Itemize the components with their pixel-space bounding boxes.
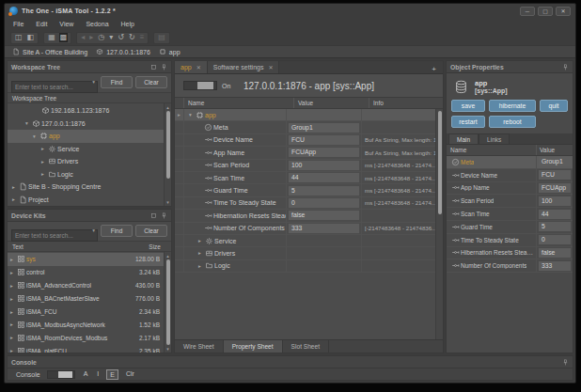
property-value[interactable]: 333 — [539, 261, 571, 271]
kit-row-isma_fcu[interactable]: ▸iSMA_FCU2.34 kB — [8, 306, 164, 319]
tab-main[interactable]: Main — [448, 133, 479, 144]
wire-sheet-view-icon[interactable]: ▦ — [48, 34, 55, 41]
workspace-find-button[interactable]: Find — [101, 76, 133, 88]
tab-wire-sheet[interactable]: Wire Sheet — [175, 340, 224, 353]
kits-find-button[interactable]: Find — [101, 225, 133, 237]
console-toggle[interactable] — [47, 370, 75, 379]
expander-icon[interactable]: ▸ — [9, 184, 18, 190]
property-row-drivers[interactable]: ▸Drivers — [175, 247, 435, 259]
expander-icon[interactable]: ▸ — [8, 257, 16, 262]
property-value[interactable]: 5 — [539, 222, 571, 231]
history-dropdown-icon[interactable]: ▾ — [109, 34, 113, 41]
property-value[interactable]: Group1 — [289, 123, 359, 133]
property-row-device-name[interactable]: Device NameFCUBuf As String, Max length:… — [175, 134, 435, 147]
app-on-toggle[interactable]: On — [183, 81, 230, 90]
hibernate-button[interactable]: hibernate — [489, 100, 536, 112]
expander-icon[interactable]: ▾ — [30, 133, 39, 139]
tree-item-project[interactable]: ▸Project — [8, 194, 164, 207]
kit-row-isma_roomdevices_modbus[interactable]: ▸iSMA_RoomDevices_Modbus2.17 kB — [8, 331, 164, 344]
property-row-scan-period[interactable]: Scan Period100ms [-2147483648 - 21474... — [175, 160, 435, 172]
add-tab-button[interactable]: + — [425, 65, 443, 73]
reboot-button[interactable]: reboot — [489, 116, 536, 128]
kits-search-input[interactable] — [11, 229, 98, 242]
pin-icon[interactable] — [562, 64, 569, 71]
breadcrumb-item[interactable]: 127.0.0.1:1876 — [96, 48, 150, 55]
expander-icon[interactable]: ▸ — [8, 309, 16, 315]
menu-item-help[interactable]: Help — [121, 21, 134, 27]
tree-item-app[interactable]: ▾app — [8, 130, 164, 143]
close-button[interactable]: ✕ — [556, 7, 571, 16]
maximize-button[interactable]: ▢ — [538, 7, 553, 16]
property-row-number-of-components[interactable]: Number Of Components333[-2147483648 - 21… — [175, 223, 435, 235]
scrollbar-thumb[interactable] — [166, 111, 170, 179]
property-value[interactable]: FCU — [289, 135, 359, 145]
op-row-time-to-steady-state[interactable]: Time To Steady State0 — [447, 234, 573, 247]
op-col-value[interactable]: Value — [537, 145, 573, 155]
pin-icon[interactable] — [161, 64, 167, 71]
pin-icon[interactable] — [562, 359, 569, 366]
menu-item-sedona[interactable]: Sedona — [86, 21, 108, 27]
property-row-guard-time[interactable]: Guard Time5ms [-2147483648 - 21474... — [175, 184, 435, 196]
op-col-name[interactable]: Name — [447, 145, 537, 155]
kit-row-sys[interactable]: ▸sys128.00 B — [8, 253, 164, 266]
kit-row-isma_bacnetmasterslave[interactable]: ▸iSMA_BACnetMasterSlave776.00 B — [8, 292, 164, 306]
console-filter-e[interactable]: E — [106, 369, 118, 380]
chevron-down-icon[interactable]: ▾ — [92, 227, 95, 233]
property-value[interactable]: 44 — [539, 210, 571, 219]
tree-item-service[interactable]: ▸Service — [8, 143, 164, 156]
workspace-search-input[interactable] — [11, 81, 98, 93]
expander-icon[interactable]: ▸ — [8, 348, 16, 353]
scroll-down-icon[interactable]: ▾ — [166, 199, 169, 205]
pin-icon[interactable] — [161, 212, 167, 219]
op-row-app-name[interactable]: App NameFCUApp — [447, 182, 573, 196]
scroll-down-icon[interactable]: ▾ — [166, 346, 169, 352]
close-icon[interactable]: ✕ — [268, 64, 273, 71]
kit-row-isma_platfcu[interactable]: ▸iSMA_platFCU2.35 kB — [8, 344, 164, 353]
kit-row-isma_modbusasyncnetwork[interactable]: ▸iSMA_ModbusAsyncNetwork1.52 kB — [8, 318, 164, 331]
expander-icon[interactable]: ▸ — [196, 238, 204, 243]
op-row-hibernation-resets-steady-state[interactable]: Hibernation Resets Steady Statefalse — [447, 247, 573, 260]
expander-icon[interactable]: ▸ — [8, 296, 16, 302]
scroll-up-icon[interactable]: ▴ — [166, 253, 169, 259]
scrollbar-thumb[interactable] — [438, 111, 442, 214]
console-filter-a[interactable]: A — [82, 369, 90, 380]
property-sheet-view-icon[interactable]: ▩ — [60, 34, 68, 41]
chevron-down-icon[interactable]: ▾ — [92, 79, 95, 85]
maximize-panel-icon[interactable] — [150, 212, 157, 219]
new-window-icon[interactable]: ◫ — [15, 34, 23, 41]
menu-item-file[interactable]: File — [13, 21, 24, 27]
restart-button[interactable]: restart — [451, 116, 485, 128]
op-row-scan-time[interactable]: Scan Time44 — [447, 208, 573, 221]
minimize-button[interactable]: ─ — [520, 7, 535, 16]
tree-item-site-b-shopping-centre[interactable]: ▸Site B - Shopping Centre — [8, 180, 164, 194]
close-icon[interactable]: ✕ — [196, 64, 201, 71]
property-value[interactable]: 44 — [289, 173, 359, 182]
property-row-app[interactable]: ▸▾app — [175, 109, 435, 121]
property-row-meta[interactable]: MetaGroup1 — [175, 121, 435, 133]
property-row-service[interactable]: ▸Service — [175, 235, 435, 247]
tree-item-drivers[interactable]: ▸Drivers — [8, 155, 164, 168]
console-filter-i[interactable]: I — [95, 369, 101, 380]
kit-row-isma_advancedcontrol[interactable]: ▸iSMA_AdvancedControl436.00 B — [8, 279, 164, 292]
tab-slot-sheet[interactable]: Slot Sheet — [283, 340, 329, 353]
menu-item-edit[interactable]: Edit — [36, 21, 47, 27]
tab-property-sheet[interactable]: Property Sheet — [224, 340, 283, 353]
property-row-logic[interactable]: ▸Logic — [175, 260, 435, 273]
expander-icon[interactable]: ▸ — [196, 250, 204, 256]
tab-app[interactable]: app✕ — [175, 61, 208, 73]
col-name[interactable]: Name — [184, 98, 294, 108]
property-value[interactable]: false — [289, 211, 359, 220]
property-value[interactable]: false — [539, 248, 571, 258]
property-value[interactable]: FCUApp — [289, 148, 359, 157]
tree-item-192-168-1-123-1876[interactable]: 192.168.1.123:1876 — [8, 104, 164, 118]
expander-icon[interactable]: ▸ — [8, 270, 16, 275]
property-grid-scrollbar[interactable] — [435, 109, 443, 339]
kit-row-control[interactable]: ▸control3.24 kB — [8, 266, 164, 279]
tree-item-127-0-0-1-1876[interactable]: ▾127.0.0.1:1876 — [8, 118, 164, 131]
op-row-device-name[interactable]: Device NameFCU — [447, 169, 573, 182]
col-info[interactable]: Info — [369, 98, 443, 108]
expander-icon[interactable]: ▸ — [39, 146, 47, 151]
expander-icon[interactable]: ▾ — [23, 120, 31, 126]
workspace-tree-scrollbar[interactable]: ▴ ▾ — [164, 103, 171, 206]
tree-item-logic[interactable]: ▸Logic — [8, 168, 164, 181]
